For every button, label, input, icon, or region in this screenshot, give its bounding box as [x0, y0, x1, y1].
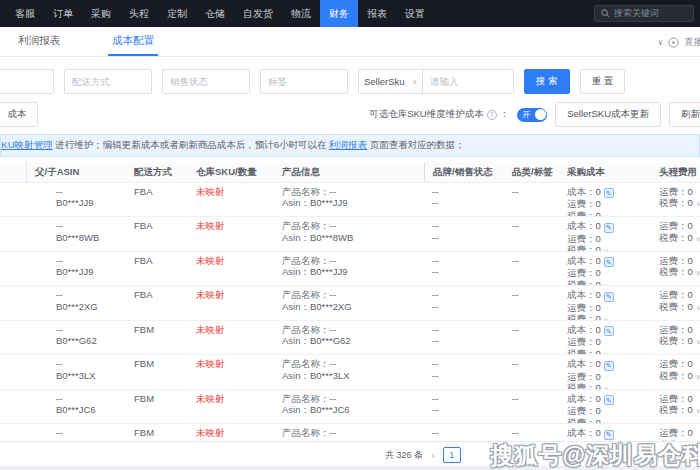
page-number-1[interactable]: 1 — [443, 447, 461, 463]
chevron-down-icon[interactable]: ∨ — [696, 200, 700, 207]
product-name-value: -- — [330, 358, 336, 369]
filter-input-cutoff[interactable] — [0, 69, 54, 94]
nav-item-procurement[interactable]: 采购 — [82, 0, 120, 27]
seller-sku-keyword-input[interactable] — [422, 69, 514, 94]
edit-cost-icon[interactable]: ✎ — [604, 395, 614, 405]
brand-status-cell: -- -- — [424, 183, 504, 217]
nav-item-self-delivery[interactable]: 自发货 — [234, 0, 282, 27]
chevron-down-icon[interactable]: ∨ — [696, 338, 700, 345]
chevron-down-icon[interactable]: ∨ — [604, 420, 609, 424]
nav-item-settings[interactable]: 设置 — [396, 0, 434, 27]
seller-sku-cost-update-button[interactable]: SellerSKU成本更新 — [555, 102, 661, 127]
row-checkbox-cell — [0, 217, 26, 251]
table-row: -- B0***JC6 FBM 未映射 产品名称：-- Asin：B0***JC… — [0, 390, 700, 425]
unmapped-link[interactable]: 未映射 — [196, 220, 225, 231]
search-placeholder-text: 搜索关键词 — [614, 7, 659, 20]
cost-label: 成本： — [567, 255, 596, 266]
freight-label: 运费： — [659, 427, 688, 438]
filter-sales-status-input[interactable] — [162, 69, 250, 94]
product-name-label: 产品名称： — [282, 255, 330, 266]
search-button[interactable]: 搜 索 — [524, 69, 570, 94]
tab-profit-report[interactable]: 利润报表 — [14, 27, 64, 56]
unmapped-link[interactable]: 未映射 — [196, 186, 225, 197]
warehouse-sku-toggle[interactable]: 开 — [517, 108, 547, 122]
category-value: -- — [512, 393, 555, 405]
tax-label: 税费： — [659, 370, 688, 381]
profit-report-link[interactable]: 利润报表 — [329, 139, 367, 150]
cost-label: 成本： — [567, 358, 596, 369]
asin-cell: -- B0***3LX — [26, 355, 126, 389]
unmapped-link[interactable]: 未映射 — [196, 255, 225, 266]
product-name-label: 产品名称： — [282, 324, 330, 335]
nav-item-logistics[interactable]: 物流 — [282, 0, 320, 27]
filter-tag-input[interactable] — [260, 69, 348, 94]
purchase-cost-cell: 成本：0✎ 运费：0 税费：0∨ — [559, 355, 651, 389]
warehouse-sku-cell: 未映射 — [188, 390, 274, 424]
edit-cost-icon[interactable]: ✎ — [604, 326, 614, 336]
chevron-down-icon[interactable]: ∨ — [696, 407, 700, 414]
reset-button[interactable]: 重 置 — [580, 69, 626, 94]
brand-value: -- — [432, 324, 500, 336]
prev-page-arrow-icon[interactable]: ‹ — [431, 449, 435, 461]
nav-item-finance[interactable]: 财务 — [320, 0, 358, 27]
parent-asin-value: -- — [56, 427, 122, 439]
sales-status-value: -- — [432, 335, 500, 347]
category-tag-cell: -- — [504, 355, 559, 389]
warehouse-sku-toggle-label: 可选仓库SKU维度维护成本 ? ： — [369, 108, 509, 121]
chevron-down-icon[interactable]: ∨ — [604, 351, 609, 355]
unmapped-link[interactable]: 未映射 — [196, 393, 225, 404]
chevron-down-icon[interactable]: ∨ — [604, 247, 609, 251]
chevron-down-icon[interactable]: ∨ — [696, 269, 700, 276]
nav-item-warehouse[interactable]: 仓储 — [196, 0, 234, 27]
unmapped-link[interactable]: 未映射 — [196, 289, 225, 300]
tax-label: 税费： — [567, 417, 596, 424]
chevron-down-icon[interactable]: ∨ — [658, 38, 664, 47]
chevron-down-icon[interactable]: ∨ — [604, 316, 609, 320]
product-name-label: 产品名称： — [282, 358, 330, 369]
tab-cost-configuration[interactable]: 成本配置 — [108, 27, 158, 56]
sales-status-value: -- — [432, 197, 500, 209]
sku-mapping-management-link[interactable]: SKU映射管理 — [0, 139, 53, 152]
chevron-down-icon: ∨ — [412, 78, 417, 86]
chevron-down-icon[interactable]: ∨ — [696, 373, 700, 380]
global-search-input[interactable]: 搜索关键词 — [594, 5, 694, 22]
edit-cost-icon[interactable]: ✎ — [604, 430, 614, 440]
product-name-value: -- — [330, 220, 336, 231]
unmapped-link[interactable]: 未映射 — [196, 427, 225, 438]
freight-label: 运费： — [567, 302, 596, 313]
filter-delivery-method-input[interactable] — [64, 69, 152, 94]
refresh-order-cost-button[interactable]: 刷新订单成本 — [669, 102, 700, 127]
help-question-icon[interactable]: ? — [487, 110, 497, 120]
chevron-down-icon[interactable]: ∨ — [604, 213, 609, 217]
cost-value: 0 — [596, 324, 601, 335]
brand-value: -- — [432, 427, 500, 439]
nav-item-customer-service[interactable]: 客服 — [6, 0, 44, 27]
warehouse-sku-cell: 未映射 — [188, 252, 274, 286]
edit-cost-icon[interactable]: ✎ — [604, 188, 614, 198]
child-asin-value: B0***8WB — [56, 232, 122, 244]
live-stream-label[interactable]: 直播/ — [684, 36, 700, 49]
delivery-method-cell: FBA — [126, 252, 188, 286]
maintain-cost-button-cutoff[interactable]: 成本 — [0, 102, 38, 127]
chevron-down-icon[interactable]: ∨ — [604, 282, 609, 286]
sales-status-value: -- — [432, 370, 500, 382]
head-tax-value: 0 — [688, 266, 693, 277]
delivery-method-value: FBA — [134, 220, 152, 231]
chevron-down-icon[interactable]: ∨ — [604, 385, 609, 389]
table-row: -- B0***JJ9 FBA 未映射 产品名称：-- Asin：B0***JJ… — [0, 183, 700, 218]
edit-cost-icon[interactable]: ✎ — [604, 361, 614, 371]
sales-status-value: -- — [432, 232, 500, 244]
nav-item-customization[interactable]: 定制 — [158, 0, 196, 27]
nav-item-first-leg[interactable]: 头程 — [120, 0, 158, 27]
unmapped-link[interactable]: 未映射 — [196, 324, 225, 335]
chevron-down-icon[interactable]: ∨ — [696, 304, 700, 311]
nav-item-orders[interactable]: 订单 — [44, 0, 82, 27]
edit-cost-icon[interactable]: ✎ — [604, 292, 614, 302]
edit-cost-icon[interactable]: ✎ — [604, 223, 614, 233]
live-play-circle-icon[interactable] — [668, 37, 679, 48]
seller-sku-select[interactable]: SellerSku ∨ — [358, 69, 422, 94]
chevron-down-icon[interactable]: ∨ — [696, 235, 700, 242]
nav-item-reports[interactable]: 报表 — [358, 0, 396, 27]
unmapped-link[interactable]: 未映射 — [196, 358, 225, 369]
edit-cost-icon[interactable]: ✎ — [604, 257, 614, 267]
